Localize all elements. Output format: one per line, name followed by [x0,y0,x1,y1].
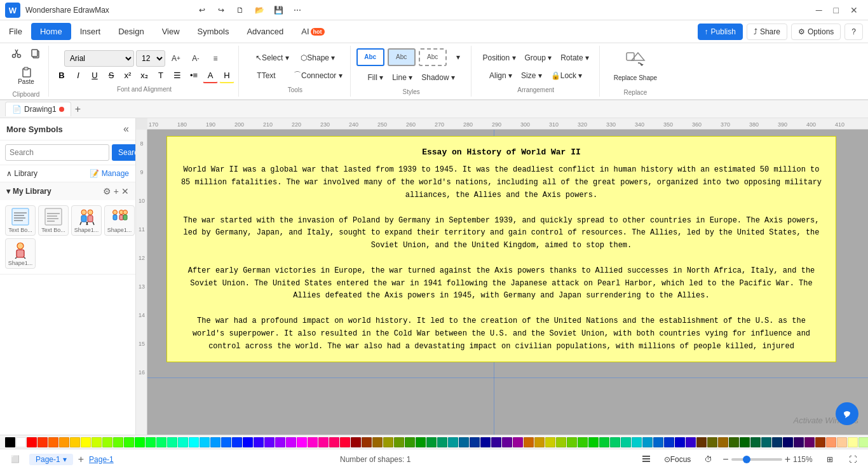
color-swatch[interactable] [340,437,350,447]
color-swatch[interactable] [27,437,37,447]
text-document[interactable]: Essay on History of World War II World W… [166,136,836,362]
cut-button[interactable] [8,45,25,62]
subscript-button[interactable]: x₂ [137,68,152,83]
color-swatch[interactable] [264,437,275,447]
add-tab-button[interactable]: + [71,102,85,116]
color-swatch[interactable] [351,437,361,447]
close-button[interactable]: ✕ [845,3,863,18]
color-swatch[interactable] [297,437,307,447]
connector-button[interactable]: ⌒ Connector ▾ [290,67,346,84]
my-library-label[interactable]: ▾ My Library [6,187,51,196]
list-item[interactable]: Text Bo... [5,205,36,236]
library-label[interactable]: ∧ Library [6,169,37,178]
rotate-button[interactable]: Rotate ▾ [557,50,593,66]
color-swatch[interactable] [124,437,134,447]
my-library-close-button[interactable]: ✕ [121,186,129,196]
shadow-button[interactable]: Shadow ▾ [417,69,459,86]
color-swatch[interactable] [37,437,48,447]
color-swatch[interactable] [275,437,285,447]
highlight-button[interactable]: H [219,68,234,83]
color-swatch[interactable] [740,437,750,447]
color-swatch[interactable] [815,437,825,447]
color-swatch[interactable] [459,437,469,447]
color-swatch[interactable] [178,437,188,447]
color-swatch[interactable] [5,437,15,447]
color-swatch[interactable] [837,437,847,447]
color-swatch[interactable] [394,437,404,447]
color-swatch[interactable] [405,437,415,447]
superscript-button[interactable]: x² [120,68,135,83]
color-swatch[interactable] [329,437,339,447]
color-swatch[interactable] [318,437,329,447]
color-swatch[interactable] [243,437,253,447]
menu-insert[interactable]: Insert [71,23,110,40]
list-button[interactable]: ☰ [170,68,185,83]
color-swatch[interactable] [804,437,815,447]
fill-button[interactable]: Fill ▾ [364,69,388,86]
copy-button[interactable] [27,45,44,62]
color-swatch[interactable] [642,437,653,447]
color-swatch[interactable] [772,437,782,447]
font-size-select[interactable]: 12 [136,50,165,67]
color-swatch[interactable] [81,437,91,447]
color-swatch[interactable] [135,437,145,447]
color-swatch[interactable] [102,437,112,447]
color-swatch[interactable] [729,437,739,447]
add-page-button[interactable]: + [78,454,84,465]
menu-home[interactable]: Home [31,23,71,40]
page-tab[interactable]: Page-1 ▾ [29,454,73,465]
share-button[interactable]: ⤴ Share [747,24,787,40]
color-swatch[interactable] [437,437,447,447]
minimize-button[interactable]: ─ [811,3,827,18]
color-swatch[interactable] [189,437,199,447]
manage-button[interactable]: 📝 Manage [90,169,129,178]
list-item[interactable]: Shape1... [104,205,135,236]
fullscreen-button[interactable]: ⛶ [844,451,862,468]
page-size-button[interactable]: ⬜ [6,451,24,468]
color-swatch[interactable] [632,437,642,447]
color-swatch[interactable] [470,437,480,447]
color-swatch[interactable] [599,437,609,447]
color-swatch[interactable] [567,437,577,447]
menu-advanced[interactable]: Advanced [238,23,292,40]
maximize-button[interactable]: □ [829,3,844,18]
list-item[interactable]: Shape1... [71,205,102,236]
color-swatch[interactable] [146,437,156,447]
zoom-out-button[interactable]: − [722,454,728,465]
search-button[interactable]: Search [112,144,136,161]
font-family-select[interactable]: Arial [64,50,134,67]
color-swatch[interactable] [750,437,761,447]
color-swatch[interactable] [761,437,771,447]
underline-button[interactable]: U [87,68,102,83]
color-swatch[interactable] [383,437,393,447]
paste-button[interactable]: Paste [9,63,43,88]
color-swatch[interactable] [200,437,210,447]
color-swatch[interactable] [794,437,804,447]
search-input[interactable] [5,144,109,161]
color-swatch[interactable] [16,437,26,447]
color-swatch[interactable] [653,437,663,447]
fit-page-button[interactable]: ⊞ [821,451,839,468]
color-swatch[interactable] [426,437,437,447]
color-swatch[interactable] [113,437,123,447]
list-item[interactable]: Text Bo... [38,205,69,236]
publish-button[interactable]: ↑ Publish [698,24,743,40]
color-swatch[interactable] [783,437,793,447]
color-swatch[interactable] [588,437,599,447]
text-style-button[interactable]: T [153,68,168,83]
menu-design[interactable]: Design [109,23,153,40]
open-button[interactable]: 📂 [250,2,268,18]
alignment-button[interactable]: ≡ [207,50,224,67]
color-swatch[interactable] [167,437,177,447]
canvas-viewport[interactable]: Essay on History of World War II World W… [147,130,868,435]
color-swatch[interactable] [254,437,264,447]
zoom-in-button[interactable]: + [785,454,790,465]
color-swatch[interactable] [621,437,631,447]
color-swatch[interactable] [718,437,728,447]
style-preview-1[interactable]: Abc [356,48,384,66]
my-library-settings-button[interactable]: ⚙ [103,186,111,196]
color-swatch[interactable] [513,437,523,447]
color-swatch[interactable] [491,437,501,447]
strikethrough-button[interactable]: S [104,68,119,83]
color-swatch[interactable] [372,437,383,447]
